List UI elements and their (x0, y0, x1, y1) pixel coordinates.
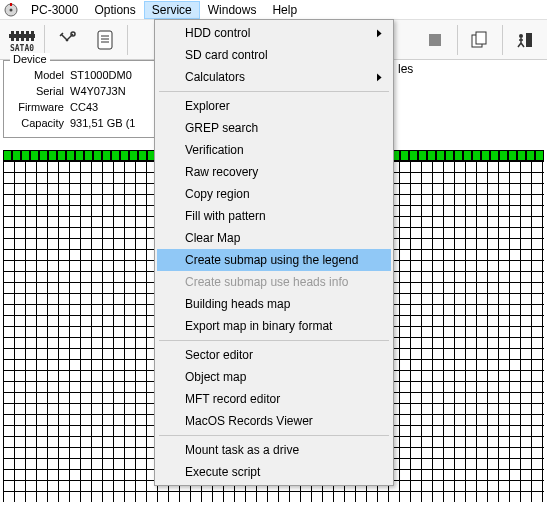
menu-item-sd-card-control[interactable]: SD card control (157, 44, 391, 66)
stop-button[interactable] (417, 23, 453, 57)
menu-item-verification[interactable]: Verification (157, 139, 391, 161)
map-cell (120, 150, 129, 161)
menu-item-fill-with-pattern[interactable]: Fill with pattern (157, 205, 391, 227)
copy-button[interactable] (462, 23, 498, 57)
map-cell (472, 150, 481, 161)
device-legend: Device (10, 53, 50, 65)
menu-pc3000[interactable]: PC-3000 (23, 1, 86, 19)
map-cell (138, 150, 147, 161)
report-button[interactable] (87, 23, 123, 57)
map-cell (93, 150, 102, 161)
svg-rect-4 (11, 31, 14, 41)
menu-help[interactable]: Help (264, 1, 305, 19)
map-cell (463, 150, 472, 161)
map-cell (30, 150, 39, 161)
map-cell (508, 150, 517, 161)
sata-label: SATA0 (9, 45, 35, 53)
map-cell (66, 150, 75, 161)
map-cell (409, 150, 418, 161)
menu-item-sector-editor[interactable]: Sector editor (157, 344, 391, 366)
menu-separator (159, 91, 389, 92)
map-cell (535, 150, 544, 161)
menu-item-building-heads-map[interactable]: Building heads map (157, 293, 391, 315)
app-icon (3, 2, 19, 18)
submenu-arrow-icon: ▶ (377, 71, 382, 82)
map-cell (48, 150, 57, 161)
map-cell (75, 150, 84, 161)
firmware-label: Firmware (12, 99, 64, 115)
map-cell (418, 150, 427, 161)
map-cell (3, 150, 12, 161)
menu-item-copy-region[interactable]: Copy region (157, 183, 391, 205)
menu-item-mft-record-editor[interactable]: MFT record editor (157, 388, 391, 410)
map-cell (436, 150, 445, 161)
menu-item-create-submap-using-the-legend[interactable]: Create submap using the legend (157, 249, 391, 271)
device-panel: Device ModelST1000DM0 SerialW4Y07J3N Fir… (3, 60, 163, 138)
menu-item-explorer[interactable]: Explorer (157, 95, 391, 117)
svg-rect-17 (526, 33, 532, 47)
menu-separator (159, 435, 389, 436)
menu-windows[interactable]: Windows (200, 1, 265, 19)
svg-rect-7 (26, 31, 29, 41)
svg-rect-8 (31, 31, 34, 41)
menu-item-grep-search[interactable]: GREP search (157, 117, 391, 139)
map-cell (445, 150, 454, 161)
toolbar-separator (457, 25, 458, 55)
menu-item-export-map-in-binary-format[interactable]: Export map in binary format (157, 315, 391, 337)
map-cell (21, 150, 30, 161)
serial-label: Serial (12, 83, 64, 99)
map-cell (499, 150, 508, 161)
map-cell (400, 150, 409, 161)
menu-item-clear-map[interactable]: Clear Map (157, 227, 391, 249)
service-menu-dropdown: HDD control▶SD card controlCalculators▶E… (154, 19, 394, 486)
svg-rect-14 (429, 34, 441, 46)
map-cell (111, 150, 120, 161)
submenu-arrow-icon: ▶ (377, 27, 382, 38)
svg-point-1 (10, 8, 13, 11)
menu-item-hdd-control[interactable]: HDD control▶ (157, 22, 391, 44)
firmware-value: CC43 (70, 99, 98, 115)
map-cell (490, 150, 499, 161)
map-cell (517, 150, 526, 161)
exit-button[interactable] (507, 23, 543, 57)
map-cell (102, 150, 111, 161)
menu-service[interactable]: Service (144, 1, 200, 19)
menubar: PC-3000 Options Service Windows Help (0, 0, 547, 20)
toolbar-separator (127, 25, 128, 55)
svg-rect-10 (98, 31, 112, 49)
sata-port-button[interactable]: SATA0 (4, 23, 40, 57)
map-cell (526, 150, 535, 161)
tools-button[interactable] (49, 23, 85, 57)
map-cell (454, 150, 463, 161)
capacity-value: 931,51 GB (1 (70, 115, 135, 131)
map-cell (129, 150, 138, 161)
capacity-label: Capacity (12, 115, 64, 131)
menu-item-create-submap-use-heads-info: Create submap use heads info (157, 271, 391, 293)
menu-item-raw-recovery[interactable]: Raw recovery (157, 161, 391, 183)
serial-value: W4Y07J3N (70, 83, 126, 99)
model-value: ST1000DM0 (70, 67, 132, 83)
toolbar-separator (502, 25, 503, 55)
svg-rect-16 (476, 32, 486, 44)
menu-item-object-map[interactable]: Object map (157, 366, 391, 388)
menu-item-calculators[interactable]: Calculators▶ (157, 66, 391, 88)
tab-fragment[interactable]: les (398, 62, 413, 76)
toolbar-separator (44, 25, 45, 55)
menu-item-macos-records-viewer[interactable]: MacOS Records Viewer (157, 410, 391, 432)
menu-item-execute-script[interactable]: Execute script (157, 461, 391, 483)
svg-rect-5 (16, 31, 19, 41)
map-cell (427, 150, 436, 161)
model-label: Model (12, 67, 64, 83)
map-cell (39, 150, 48, 161)
svg-point-18 (519, 34, 523, 38)
map-cell (481, 150, 490, 161)
svg-rect-6 (21, 31, 24, 41)
map-cell (12, 150, 21, 161)
svg-rect-2 (10, 3, 12, 6)
map-cell (57, 150, 66, 161)
map-cell (84, 150, 93, 161)
menu-separator (159, 340, 389, 341)
menu-options[interactable]: Options (86, 1, 143, 19)
menu-item-mount-task-as-a-drive[interactable]: Mount task as a drive (157, 439, 391, 461)
